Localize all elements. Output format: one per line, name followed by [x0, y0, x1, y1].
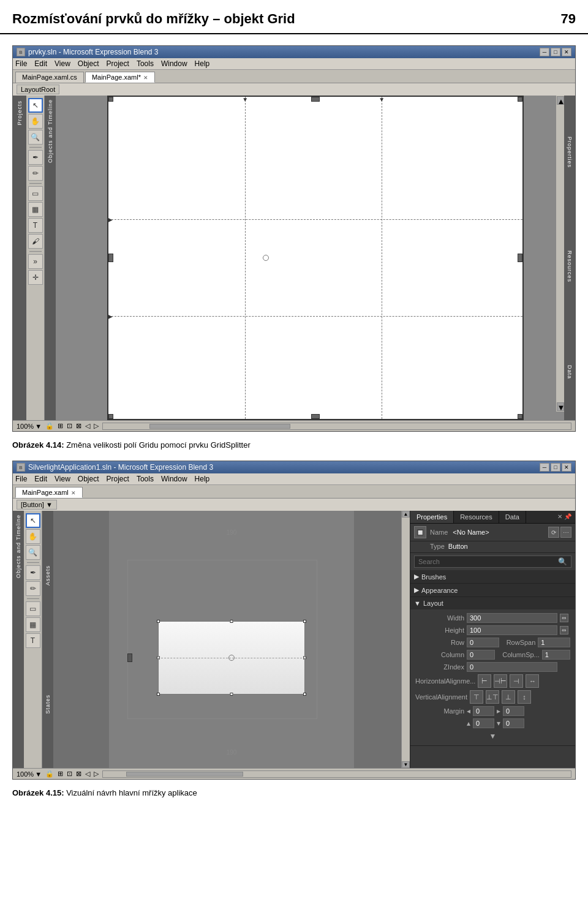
scrollbar-v-1[interactable]: ▲ ▼ — [556, 96, 564, 412]
tab-mainpage-xaml[interactable]: MainPage.xaml*✕ — [85, 72, 155, 83]
valign-stretch[interactable]: ↕ — [518, 690, 531, 704]
scrollbar-v-up-2[interactable]: ▲ — [402, 511, 410, 518]
scrollbar-v-down-2[interactable]: ▼ — [402, 761, 410, 768]
close-btn-1[interactable]: ✕ — [562, 48, 571, 56]
handle-br[interactable] — [518, 414, 522, 419]
zoom-control-2[interactable]: 100% ▼ — [17, 770, 42, 778]
props-section-appearance-header[interactable]: ▶ Appearance — [410, 584, 575, 597]
scrollbar-h-1[interactable] — [102, 423, 571, 430]
tab-close-1[interactable]: ✕ — [143, 75, 148, 81]
zoom-control-1[interactable]: 100% ▼ — [17, 423, 42, 430]
tool-zoom-2[interactable]: 🔍 — [26, 545, 40, 560]
tool-pencil-2[interactable]: ✏ — [26, 581, 40, 596]
rowspan-input[interactable] — [538, 638, 570, 647]
expand-more[interactable]: ▼ — [410, 729, 575, 743]
halign-left[interactable]: ⊢ — [478, 674, 491, 688]
menu-window-1[interactable]: Window — [161, 59, 187, 68]
handle-bm[interactable] — [311, 414, 320, 419]
scrollbar-h-thumb-1[interactable] — [149, 424, 290, 429]
tool-move[interactable]: ✛ — [28, 270, 43, 285]
scrollbar-v-down[interactable]: ▼ — [557, 402, 564, 411]
tool-rect-2[interactable]: ▭ — [26, 601, 40, 616]
scrollbar-h-2[interactable] — [102, 770, 571, 778]
menu-view-1[interactable]: View — [55, 59, 70, 68]
handle-bl[interactable] — [108, 414, 113, 419]
breadcrumb-item-1[interactable]: LayoutRoot — [17, 85, 59, 94]
height-expand[interactable]: ⇔ — [560, 626, 568, 634]
tool-select[interactable]: ↖ — [28, 98, 43, 113]
width-input[interactable] — [467, 613, 557, 623]
tab-close-2[interactable]: ✕ — [71, 490, 76, 496]
margin-top-input[interactable] — [473, 718, 494, 728]
tool-select-2[interactable]: ↖ — [26, 513, 40, 528]
row-input[interactable] — [467, 638, 499, 647]
tool-pen-2[interactable]: ✒ — [26, 565, 40, 580]
tool-zoom[interactable]: 🔍 — [28, 130, 43, 145]
tool-rect[interactable]: ▭ — [28, 186, 43, 201]
tab-mainpage-cs[interactable]: MainPage.xaml.cs — [15, 72, 84, 83]
tool-hand-2[interactable]: ✋ — [26, 529, 40, 544]
tool-grid[interactable]: ▦ — [28, 202, 43, 217]
menu-file-2[interactable]: File — [15, 475, 27, 483]
menu-tools-2[interactable]: Tools — [137, 475, 154, 483]
tool-text[interactable]: T — [28, 218, 43, 233]
menu-edit-1[interactable]: Edit — [34, 59, 47, 68]
tool-text-2[interactable]: T — [26, 633, 40, 648]
close-btn-2[interactable]: ✕ — [562, 463, 571, 472]
menu-object-1[interactable]: Object — [78, 59, 99, 68]
menu-view-2[interactable]: View — [55, 475, 70, 483]
breadcrumb-dropdown-icon[interactable]: ▼ — [46, 501, 53, 508]
scrollbar-h-thumb-2[interactable] — [126, 772, 243, 777]
halign-stretch[interactable]: ↔ — [526, 674, 539, 688]
tool-more[interactable]: » — [28, 254, 43, 269]
breadcrumb-button[interactable]: [Button] ▼ — [17, 500, 57, 510]
props-section-brushes-header[interactable]: ▶ Brushes — [410, 570, 575, 583]
handle-tr[interactable] — [518, 97, 522, 102]
valign-top[interactable]: ⊤ — [470, 690, 483, 704]
props-tab-resources[interactable]: Resources — [454, 511, 499, 523]
handle-tl[interactable] — [108, 97, 113, 102]
halign-right[interactable]: ⊣ — [510, 674, 523, 688]
minimize-btn-2[interactable]: ─ — [540, 463, 549, 472]
menu-help-2[interactable]: Help — [195, 475, 210, 483]
canvas-area-2[interactable]: 190 190 — [53, 511, 410, 768]
search-input[interactable] — [418, 558, 558, 565]
valign-center[interactable]: ⊥⊤ — [486, 690, 499, 704]
margin-bottom-input[interactable] — [503, 718, 524, 728]
valign-bottom[interactable]: ⊥ — [502, 690, 515, 704]
scrollbar-v-2[interactable]: ▲ ▼ — [401, 511, 410, 768]
tool-hand[interactable]: ✋ — [28, 114, 43, 129]
resize-left[interactable] — [127, 653, 132, 662]
zoom-dropdown-icon-2[interactable]: ▼ — [35, 770, 42, 778]
handle-ml[interactable] — [108, 254, 113, 262]
column-input[interactable] — [467, 650, 495, 660]
tool-pencil[interactable]: ✏ — [28, 166, 43, 181]
menu-file-1[interactable]: File — [15, 59, 27, 68]
tool-paint[interactable]: 🖌 — [28, 234, 43, 249]
menu-project-2[interactable]: Project — [107, 475, 129, 483]
zoom-dropdown-icon[interactable]: ▼ — [35, 423, 42, 430]
width-expand[interactable]: ⇔ — [560, 614, 568, 622]
tool-grid-2[interactable]: ▦ — [26, 617, 40, 632]
minimize-btn-1[interactable]: ─ — [540, 48, 549, 56]
maximize-btn-1[interactable]: □ — [551, 48, 560, 56]
tab-mainpage-xaml-2[interactable]: MainPage.xaml✕ — [15, 487, 83, 498]
columnsp-input[interactable] — [542, 650, 570, 660]
halign-center[interactable]: ⊣⊢ — [494, 674, 507, 688]
props-btn-1[interactable]: ⟳ — [548, 527, 559, 538]
props-pin[interactable]: ✕ 📌 — [554, 511, 575, 523]
props-btn-2[interactable]: ⋯ — [560, 527, 571, 538]
props-tab-properties[interactable]: Properties — [410, 511, 454, 523]
menu-tools-1[interactable]: Tools — [137, 59, 154, 68]
props-search[interactable]: 🔍 — [414, 555, 571, 568]
menu-edit-2[interactable]: Edit — [34, 475, 47, 483]
props-section-layout-header[interactable]: ▼ Layout — [410, 597, 575, 609]
canvas-area-1[interactable]: ▼ ▼ ▶ ▶ Properties Resources — [56, 96, 575, 420]
handle-tm[interactable] — [311, 97, 320, 102]
maximize-btn-2[interactable]: □ — [551, 463, 560, 472]
handle-mr[interactable] — [518, 254, 522, 262]
menu-window-2[interactable]: Window — [161, 475, 187, 483]
height-input[interactable] — [467, 625, 557, 635]
tool-pen[interactable]: ✒ — [28, 150, 43, 165]
scrollbar-v-up[interactable]: ▲ — [557, 96, 564, 105]
